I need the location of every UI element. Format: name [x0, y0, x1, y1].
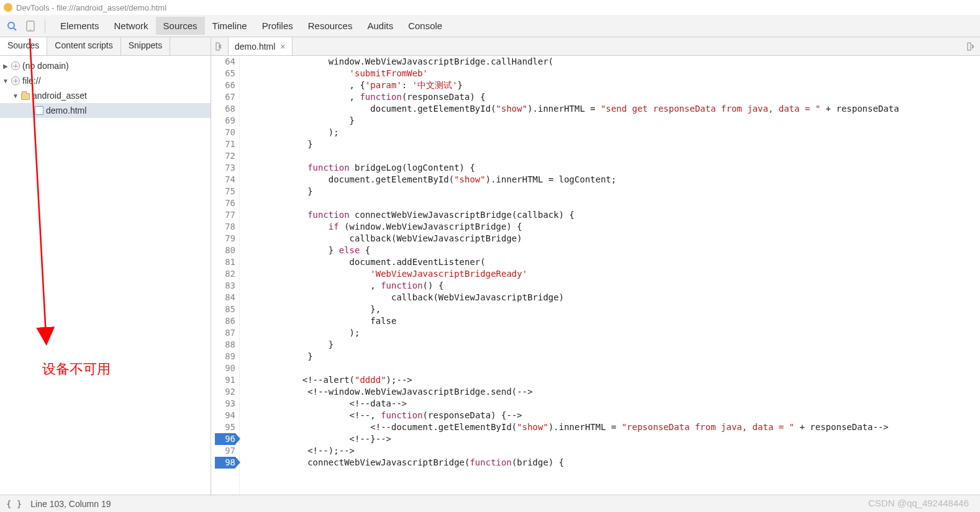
code-line[interactable]: document.addEventListener(	[245, 256, 975, 268]
tree-node-file-scheme[interactable]: ▼ file://	[0, 73, 211, 88]
line-number[interactable]: 75	[215, 186, 235, 197]
code-line[interactable]: document.getElementById("show").innerHTM…	[245, 174, 975, 186]
code-line[interactable]: callback(WebViewJavascriptBridge)	[245, 233, 975, 245]
code-line[interactable]: 'WebViewJavascriptBridgeReady'	[245, 268, 975, 280]
code-line[interactable]	[245, 362, 975, 374]
line-number[interactable]: 74	[215, 174, 235, 186]
code-line[interactable]: if (window.WebViewJavascriptBridge) {	[245, 221, 975, 233]
code-line[interactable]: }	[245, 351, 975, 362]
code-editor[interactable]: 6465666768697071727374757677787980818283…	[211, 56, 980, 495]
line-number[interactable]: 92	[215, 386, 235, 398]
code-line[interactable]: , function(responseData) {	[245, 91, 975, 103]
nav-back-icon[interactable]	[211, 37, 229, 55]
code-line[interactable]: <!--alert("dddd");-->	[245, 374, 975, 386]
code-line[interactable]: window.WebViewJavascriptBridge.callHandl…	[245, 56, 975, 68]
code-line[interactable]: <!--}-->	[245, 433, 975, 445]
line-number[interactable]: 73	[215, 162, 235, 174]
navigator-tab-sources[interactable]: Sources	[0, 37, 47, 55]
code-line[interactable]: false	[245, 315, 975, 327]
code-line[interactable]: function bridgeLog(logContent) {	[245, 162, 975, 174]
code-line[interactable]: <!--);-->	[245, 445, 975, 457]
panel-tab-network[interactable]: Network	[107, 17, 156, 35]
line-number[interactable]: 70	[215, 127, 235, 138]
line-number[interactable]: 95	[215, 421, 235, 433]
search-icon[interactable]	[5, 19, 19, 33]
code-line[interactable]: } else {	[245, 245, 975, 256]
code-line[interactable]: , function() {	[245, 280, 975, 292]
code-line[interactable]	[245, 197, 975, 209]
code-line[interactable]: <!--document.getElementById("show").inne…	[245, 421, 975, 433]
code-line[interactable]: },	[245, 303, 975, 315]
panel-tab-profiles[interactable]: Profiles	[255, 17, 301, 35]
line-number[interactable]: 71	[215, 138, 235, 150]
line-number[interactable]: 66	[215, 79, 235, 91]
panel-tab-sources[interactable]: Sources	[156, 17, 205, 35]
collapse-icon[interactable]: ▼	[12, 92, 19, 99]
navigator-tab-snippets[interactable]: Snippets	[121, 37, 170, 55]
line-number[interactable]: 83	[215, 280, 235, 292]
panel-tab-console[interactable]: Console	[401, 17, 450, 35]
close-icon[interactable]: ×	[280, 42, 285, 52]
code-line[interactable]: 'submitFromWeb'	[245, 68, 975, 79]
panel-tab-timeline[interactable]: Timeline	[205, 17, 255, 35]
line-number[interactable]: 97	[215, 445, 235, 457]
line-number[interactable]: 82	[215, 268, 235, 280]
editor-tab[interactable]: demo.html ×	[229, 37, 293, 55]
tree-node-folder[interactable]: ▼ android_asset	[0, 88, 211, 103]
code-content[interactable]: window.WebViewJavascriptBridge.callHandl…	[240, 56, 980, 495]
line-number[interactable]: 65	[215, 68, 235, 79]
panel-tab-resources[interactable]: Resources	[301, 17, 360, 35]
line-number[interactable]: 87	[215, 327, 235, 339]
code-line[interactable]: }	[245, 115, 975, 127]
panel-tab-elements[interactable]: Elements	[53, 17, 107, 35]
maximize-icon[interactable]	[964, 39, 979, 54]
code-line[interactable]: function connectWebViewJavascriptBridge(…	[245, 209, 975, 221]
expand-icon[interactable]: ▶	[2, 63, 9, 70]
devtools-icon	[4, 3, 12, 12]
line-number[interactable]: 85	[215, 303, 235, 315]
line-number[interactable]: 96	[215, 433, 235, 445]
device-icon[interactable]	[24, 19, 37, 33]
line-number[interactable]: 80	[215, 245, 235, 256]
line-gutter[interactable]: 6465666768697071727374757677787980818283…	[211, 56, 240, 495]
code-line[interactable]: document.getElementById("show").innerHTM…	[245, 103, 975, 115]
line-number[interactable]: 88	[215, 339, 235, 351]
code-line[interactable]: <!--window.WebViewJavascriptBridge.send(…	[245, 386, 975, 398]
line-number[interactable]: 69	[215, 115, 235, 127]
line-number[interactable]: 72	[215, 150, 235, 162]
code-line[interactable]: callback(WebViewJavascriptBridge)	[245, 292, 975, 303]
tree-node-file[interactable]: demo.html	[0, 103, 211, 118]
code-line[interactable]: }	[245, 186, 975, 197]
panel-tab-audits[interactable]: Audits	[360, 17, 401, 35]
navigator-tab-content-scripts[interactable]: Content scripts	[47, 37, 120, 55]
tree-node-no-domain[interactable]: ▶ (no domain)	[0, 58, 211, 73]
line-number[interactable]: 78	[215, 221, 235, 233]
line-number[interactable]: 81	[215, 256, 235, 268]
collapse-icon[interactable]: ▼	[2, 78, 9, 84]
line-number[interactable]: 90	[215, 362, 235, 374]
line-number[interactable]: 67	[215, 91, 235, 103]
editor-pane: demo.html × 6465666768697071727374757677…	[211, 37, 980, 495]
line-number[interactable]: 84	[215, 292, 235, 303]
line-number[interactable]: 91	[215, 374, 235, 386]
code-line[interactable]: connectWebViewJavascriptBridge(function(…	[245, 457, 975, 469]
code-line[interactable]	[245, 150, 975, 162]
code-line[interactable]: }	[245, 339, 975, 351]
line-number[interactable]: 79	[215, 233, 235, 245]
code-line[interactable]: );	[245, 127, 975, 138]
line-number[interactable]: 76	[215, 197, 235, 209]
line-number[interactable]: 98	[215, 457, 235, 469]
line-number[interactable]: 89	[215, 351, 235, 362]
line-number[interactable]: 94	[215, 410, 235, 421]
line-number[interactable]: 86	[215, 315, 235, 327]
code-line[interactable]: }	[245, 138, 975, 150]
line-number[interactable]: 77	[215, 209, 235, 221]
line-number[interactable]: 64	[215, 56, 235, 68]
line-number[interactable]: 93	[215, 398, 235, 410]
code-line[interactable]: );	[245, 327, 975, 339]
code-line[interactable]: <!--, function(responseData) {-->	[245, 410, 975, 421]
code-line[interactable]: <!--data-->	[245, 398, 975, 410]
pretty-print-icon[interactable]: { }	[6, 499, 22, 509]
line-number[interactable]: 68	[215, 103, 235, 115]
code-line[interactable]: , {'param': '中文测试'}	[245, 79, 975, 91]
